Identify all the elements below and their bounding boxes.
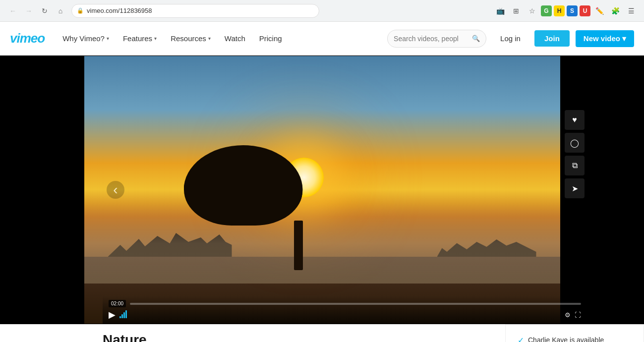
volume-bar-1 <box>119 316 121 318</box>
lock-icon: 🔒 <box>77 7 84 14</box>
search-icon: 🔍 <box>472 35 480 42</box>
extensions-button[interactable]: 🧩 <box>608 4 622 18</box>
progress-bar-container: 02:00 <box>109 300 581 307</box>
chevron-down-icon: ▾ <box>154 36 157 41</box>
prev-button[interactable]: ‹ <box>107 181 124 199</box>
volume-bar-2 <box>121 314 123 318</box>
browser-chrome: ← → ↻ ⌂ 🔒 vimeo.com/112836958 📺 ⊞ ☆ G H … <box>0 0 644 22</box>
cast-button[interactable]: 📺 <box>493 4 507 18</box>
like-button[interactable]: ♥ <box>565 110 585 130</box>
home-button[interactable]: ⌂ <box>54 4 67 18</box>
controls-row: ▶ ⚙ ⛶ <box>109 309 581 320</box>
forward-button[interactable]: → <box>22 4 36 18</box>
address-bar[interactable]: 🔒 vimeo.com/112836958 <box>71 4 319 18</box>
chevron-down-icon: ▾ <box>622 34 626 43</box>
video-title: Nature <box>103 332 495 342</box>
chevron-down-icon: ▾ <box>208 36 211 41</box>
tab-grid-button[interactable]: ⊞ <box>509 4 523 18</box>
watch-later-button[interactable]: ◯ <box>565 133 585 153</box>
pen-button[interactable]: ✏️ <box>592 4 606 18</box>
ext-honey[interactable]: H <box>554 5 565 16</box>
video-title-area: Nature <box>0 324 505 342</box>
reload-button[interactable]: ↻ <box>38 4 52 18</box>
video-container: ‹ ♥ ◯ ⧉ ➤ 02:00 ▶ ⚙ ⛶ <box>0 56 644 324</box>
nav-watch[interactable]: Watch <box>219 30 251 47</box>
bookmark-button[interactable]: ☆ <box>525 4 539 18</box>
right-bar <box>587 56 644 324</box>
video-frame[interactable] <box>84 56 560 324</box>
ext-schrift[interactable]: S <box>567 5 578 16</box>
nav-resources[interactable]: Resources ▾ <box>165 30 217 47</box>
nav-why-vimeo[interactable]: Why Vimeo? ▾ <box>57 30 115 47</box>
tree-canopy <box>184 136 303 226</box>
chevron-down-icon: ▾ <box>107 36 109 41</box>
back-button[interactable]: ← <box>6 4 20 18</box>
check-icon: ✓ <box>518 336 524 342</box>
volume-bar-3 <box>123 312 125 318</box>
nav-pricing[interactable]: Pricing <box>253 30 288 47</box>
new-video-button[interactable]: New video ▾ <box>576 30 634 47</box>
login-button[interactable]: Log in <box>492 30 528 47</box>
menu-button[interactable]: ☰ <box>624 4 638 18</box>
video-controls: 02:00 ▶ ⚙ ⛶ <box>103 296 587 324</box>
volume-bar-4 <box>125 310 127 318</box>
browser-nav-buttons: ← → ↻ ⌂ <box>6 4 67 18</box>
tree-trunk <box>294 221 303 270</box>
collections-button[interactable]: ⧉ <box>565 156 585 175</box>
browser-toolbar-right: 📺 ⊞ ☆ G H S U ✏️ 🧩 ☰ <box>493 4 638 18</box>
availability-text: Charlie Kaye is available <box>528 336 604 342</box>
vimeo-header: vimeo Why Vimeo? ▾ Features ▾ Resources … <box>0 22 644 56</box>
play-button[interactable]: ▶ <box>109 309 116 320</box>
search-bar[interactable]: 🔍 <box>387 30 486 48</box>
url-text: vimeo.com/112836958 <box>87 7 152 14</box>
settings-button[interactable]: ⚙ <box>565 311 571 319</box>
ext-grammarly[interactable]: G <box>541 5 552 16</box>
time-badge: 02:00 <box>109 300 126 307</box>
volume-bars <box>119 311 127 318</box>
share-button[interactable]: ➤ <box>565 178 585 198</box>
below-area: Nature ✓ Charlie Kaye is available <box>0 324 644 342</box>
main-tree <box>239 131 358 270</box>
progress-bar[interactable] <box>130 303 581 305</box>
nav-features[interactable]: Features ▾ <box>117 30 163 47</box>
vimeo-logo[interactable]: vimeo <box>10 31 45 46</box>
side-actions: ♥ ◯ ⧉ ➤ <box>565 110 585 198</box>
fullscreen-button[interactable]: ⛶ <box>575 311 581 319</box>
join-button[interactable]: Join <box>534 30 570 47</box>
ext-ublock[interactable]: U <box>580 5 590 16</box>
main-nav: Why Vimeo? ▾ Features ▾ Resources ▾ Watc… <box>57 30 288 47</box>
search-input[interactable] <box>394 35 469 43</box>
header-right: 🔍 Log in Join New video ▾ <box>387 30 634 48</box>
availability-badge: ✓ Charlie Kaye is available <box>505 324 644 342</box>
